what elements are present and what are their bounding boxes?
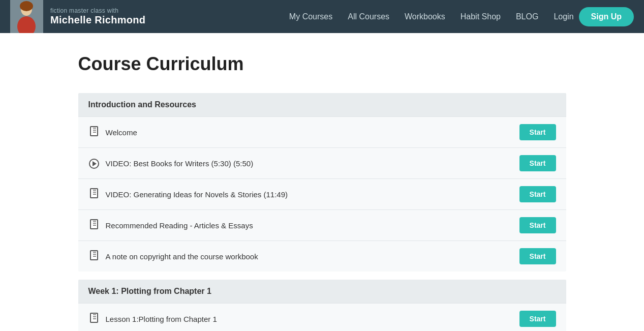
lesson-row: Recommended Reading - Articles & Essays … bbox=[78, 209, 566, 240]
lesson-label: Lesson 1:Plotting from Chapter 1 bbox=[106, 315, 513, 323]
brand-avatar bbox=[10, 0, 43, 33]
lesson-label: Welcome bbox=[106, 128, 513, 137]
navbar: fiction master class with Michelle Richm… bbox=[0, 0, 644, 33]
lesson-label: Recommended Reading - Articles & Essays bbox=[106, 221, 513, 230]
lesson-label: VIDEO: Generating Ideas for Novels & Sto… bbox=[106, 190, 513, 199]
doc-icon bbox=[88, 219, 100, 232]
doc-icon bbox=[88, 188, 100, 201]
doc-icon bbox=[88, 126, 100, 139]
nav-my-courses[interactable]: My Courses bbox=[289, 12, 332, 21]
lesson-label: VIDEO: Best Books for Writers (5:30) (5:… bbox=[106, 159, 513, 168]
section-week1: Week 1: Plotting from Chapter 1 Lesson 1… bbox=[78, 280, 566, 331]
lesson-row: Lesson 1:Plotting from Chapter 1 Start bbox=[78, 303, 566, 331]
svg-point-2 bbox=[20, 1, 33, 11]
nav-all-courses[interactable]: All Courses bbox=[348, 12, 389, 21]
video-icon bbox=[88, 158, 100, 169]
nav-blog[interactable]: BLOG bbox=[516, 12, 538, 21]
lesson-row: Welcome Start bbox=[78, 116, 566, 147]
brand-subtitle: fiction master class with bbox=[50, 7, 145, 14]
start-button[interactable]: Start bbox=[519, 186, 556, 202]
start-button[interactable]: Start bbox=[519, 248, 556, 264]
brand-name: Michelle Richmond bbox=[50, 14, 145, 26]
start-button[interactable]: Start bbox=[519, 311, 556, 327]
nav-links: My Courses All Courses Workbooks Habit S… bbox=[289, 12, 574, 21]
section-intro: Introduction and Resources Welcome Start… bbox=[78, 93, 566, 272]
nav-login[interactable]: Login bbox=[554, 12, 573, 21]
page-title: Course Curriculum bbox=[78, 53, 566, 75]
nav-habit-shop[interactable]: Habit Shop bbox=[461, 12, 501, 21]
start-button[interactable]: Start bbox=[519, 217, 556, 233]
start-button[interactable]: Start bbox=[519, 124, 556, 140]
brand-text: fiction master class with Michelle Richm… bbox=[43, 7, 152, 26]
lesson-row: VIDEO: Best Books for Writers (5:30) (5:… bbox=[78, 147, 566, 178]
nav-workbooks[interactable]: Workbooks bbox=[405, 12, 445, 21]
section-header-intro: Introduction and Resources bbox=[78, 93, 566, 116]
lesson-row: A note on copyright and the course workb… bbox=[78, 240, 566, 272]
lesson-row: VIDEO: Generating Ideas for Novels & Sto… bbox=[78, 178, 566, 209]
brand: fiction master class with Michelle Richm… bbox=[10, 0, 152, 33]
lesson-label: A note on copyright and the course workb… bbox=[106, 252, 513, 261]
start-button[interactable]: Start bbox=[519, 155, 556, 171]
doc-icon bbox=[88, 313, 100, 325]
main-content: Course Curriculum Introduction and Resou… bbox=[68, 33, 576, 331]
doc-icon bbox=[88, 250, 100, 263]
signup-button[interactable]: Sign Up bbox=[579, 7, 634, 26]
section-header-week1: Week 1: Plotting from Chapter 1 bbox=[78, 280, 566, 303]
